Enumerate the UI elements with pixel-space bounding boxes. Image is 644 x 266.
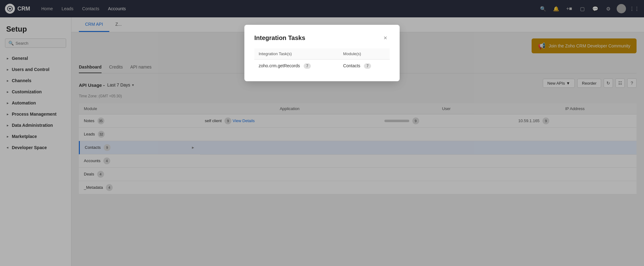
integration-tasks-modal: Integration Tasks × Integration Task(s) … <box>244 25 400 81</box>
module-name: Contacts <box>343 63 360 68</box>
modal-cell-module: Contacts 7 <box>339 60 390 73</box>
modal-title: Integration Tasks <box>254 34 305 42</box>
modal-col-module: Module(s) <box>339 48 390 60</box>
modal-table: Integration Task(s) Module(s) zoho.crm.g… <box>254 48 390 73</box>
module-badge: 7 <box>364 63 371 69</box>
task-name: zoho.crm.getRecords <box>259 63 300 68</box>
modal-col-task: Integration Task(s) <box>254 48 339 60</box>
modal-header: Integration Tasks × <box>254 33 390 42</box>
modal-cell-task: zoho.crm.getRecords 7 <box>254 60 339 73</box>
modal-overlay[interactable]: Integration Tasks × Integration Task(s) … <box>0 0 644 266</box>
modal-close-button[interactable]: × <box>381 33 390 42</box>
task-badge: 7 <box>304 63 311 69</box>
modal-table-row: zoho.crm.getRecords 7 Contacts 7 <box>254 60 390 73</box>
